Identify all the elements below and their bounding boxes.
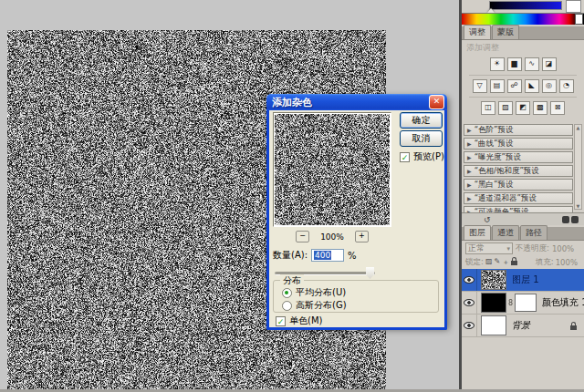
close-icon[interactable]: ✕ [429,95,444,109]
divider [469,75,577,76]
monochrome-checkbox[interactable]: ✓ [276,316,286,326]
switch-panel-view-icon[interactable]: ↺ [484,215,491,224]
levels-icon[interactable]: ▆ [507,57,522,71]
posterize-icon[interactable]: ▨ [498,101,513,115]
threshold-icon[interactable]: ◩ [516,101,530,115]
exposure-icon[interactable]: ◪ [542,57,557,71]
layer-name[interactable]: 颜色填充 1 [542,296,584,309]
visibility-cell[interactable] [462,315,477,336]
expand-icon[interactable]: ▶ [467,168,472,174]
eye-icon[interactable] [464,276,474,284]
zoom-level: 100% [320,232,344,242]
zoom-in-button[interactable]: + [355,231,369,242]
clip-to-layer-icon[interactable] [562,216,569,223]
preset-label: “色相/饱和度”预设 [474,166,539,177]
amount-value: 400 [314,251,331,260]
preset-label: “曲线”预设 [474,139,514,150]
monochrome-label: 单色(M) [289,315,322,327]
adjustment-icon-row-2: ▽ ▤ ☍ ◣ ◎ ◔ [462,79,584,93]
expand-icon[interactable]: ▶ [467,154,472,160]
tab-paths[interactable]: 路径 [520,225,548,240]
link-icon[interactable]: 8 [508,299,513,307]
noise-preview-box[interactable] [273,112,391,227]
eye-icon[interactable] [464,322,474,329]
monochrome-row[interactable]: ✓ 单色(M) [276,315,322,327]
expand-icon[interactable]: ▶ [467,127,472,133]
gaussian-radio-row[interactable]: 高斯分布(G) [282,299,347,312]
layer-mask-thumbnail[interactable] [515,294,537,312]
amount-input[interactable]: 400 [311,249,344,262]
channel-mixer-icon[interactable]: ◔ [559,79,574,93]
preset-item-curves[interactable]: ▶ “曲线”预设 [464,138,573,150]
visibility-cell[interactable] [462,292,477,314]
blend-mode-select[interactable]: 正常 ▾ [465,242,513,254]
white-swatch[interactable] [575,14,583,25]
footer-buttons [562,216,579,223]
preset-item-exposure[interactable]: ▶ “曝光度”预设 [464,151,573,163]
layer-name[interactable]: 图层 1 [512,273,539,286]
preset-item-hue-saturation[interactable]: ▶ “色相/饱和度”预设 [464,165,573,177]
preview-label: 预览(P) [413,150,444,163]
expand-icon[interactable]: ▶ [467,195,472,201]
preset-item-channel-mixer[interactable]: ▶ “通道混和器”预设 [464,192,573,204]
lock-all-icon[interactable] [511,261,517,265]
visibility-cell[interactable] [462,269,477,291]
fill-layer-thumbnail[interactable] [481,293,506,313]
uniform-radio-row[interactable]: 平均分布(U) [282,286,346,299]
preset-item-levels[interactable]: ▶ “色阶”预设 [464,124,573,136]
layer-thumbnail[interactable] [481,270,506,290]
adjustments-panel: 添加调整 ☀ ▆ ∿ ◪ ▽ ▤ ☍ ◣ ◎ ◔ ◫ ▨ ◩ ▩ [462,40,584,225]
curves-icon[interactable]: ∿ [525,57,539,71]
color-swatch[interactable] [566,0,581,13]
zoom-out-button[interactable]: − [296,231,309,242]
color-spectrum-ramp[interactable] [462,13,584,25]
layer-row-background[interactable]: 背景 [462,315,584,337]
tab-masks[interactable]: 蒙版 [492,25,519,39]
preset-label: “曝光度”预设 [474,152,521,163]
tab-adjustments[interactable]: 调整 [464,25,491,39]
layer-name[interactable]: 背景 [512,319,530,332]
invert-icon[interactable]: ◫ [481,101,495,115]
preview-checkbox[interactable]: ✓ [400,152,410,162]
gradient-map-icon[interactable]: ▩ [533,101,548,115]
scroll-down-icon[interactable]: ▼ [575,203,581,209]
tab-layers[interactable]: 图层 [464,225,491,240]
lock-pixels-icon[interactable]: ✎ [494,257,500,267]
preset-label: “黑白”预设 [474,180,514,191]
eye-icon[interactable] [464,299,474,306]
brightness-contrast-icon[interactable]: ☀ [490,57,505,71]
expand-icon[interactable]: ▶ [467,140,472,147]
slider-thumb[interactable] [366,267,374,279]
photo-filter-icon[interactable]: ◎ [542,79,557,93]
selective-color-icon[interactable]: ⊠ [550,101,565,115]
panel-options-icon[interactable] [571,216,579,223]
dialog-titlebar[interactable]: 添加杂色 ✕ [266,94,447,110]
lock-row: 锁定: ▨ ✎ ＋ 填充: 100% [462,256,584,268]
adjustments-tabbar: 调整 蒙版 [462,26,584,40]
preset-item-black-white[interactable]: ▶ “黑白”预设 [464,179,573,191]
noise-preview-canvas [275,114,390,225]
uniform-radio[interactable] [282,288,292,298]
dialog-title: 添加杂色 [272,96,429,109]
preset-scrollbar[interactable]: ▲ ▼ [574,124,582,210]
scroll-up-icon[interactable]: ▲ [575,125,581,130]
lock-position-icon[interactable]: ＋ [502,257,509,267]
hue-saturation-icon[interactable]: ▤ [490,79,505,93]
preview-zoom-controls: − 100% + [273,231,391,242]
fill-value[interactable]: 100% [556,258,578,267]
color-balance-icon[interactable]: ☍ [507,79,522,93]
ok-button[interactable]: 确定 [400,112,443,129]
tab-channels[interactable]: 通道 [492,225,519,240]
gaussian-radio[interactable] [282,301,292,311]
lock-transparency-icon[interactable]: ▨ [485,257,493,267]
vibrance-icon[interactable]: ▽ [473,79,487,93]
layer-row-layer1[interactable]: 图层 1 [462,269,584,292]
cancel-button[interactable]: 取消 [400,130,443,147]
blue-channel-slider[interactable] [489,1,562,10]
black-white-icon[interactable]: ◣ [525,79,539,93]
opacity-value[interactable]: 100% [552,244,574,253]
expand-icon[interactable]: ▶ [467,181,472,188]
layer-row-color-fill[interactable]: 8 颜色填充 1 [462,292,584,315]
preview-row[interactable]: ✓ 预览(P) [400,150,444,163]
background-thumbnail[interactable] [481,315,506,335]
